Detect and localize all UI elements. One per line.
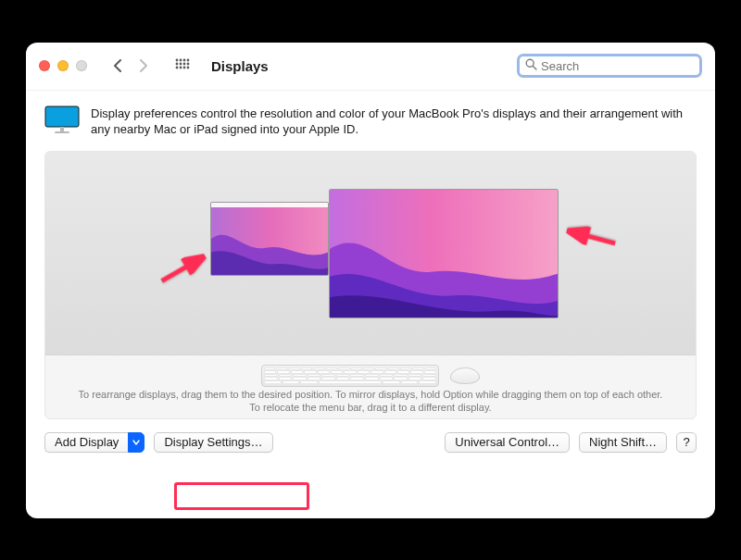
description-row: Display preferences control the resoluti… (44, 106, 697, 138)
svg-point-5 (180, 63, 182, 66)
close-window-button[interactable] (39, 60, 50, 71)
search-input[interactable] (541, 59, 694, 73)
description-text: Display preferences control the resoluti… (91, 106, 697, 138)
minimize-window-button[interactable] (57, 60, 69, 71)
svg-point-1 (180, 59, 182, 62)
svg-rect-14 (45, 106, 79, 127)
arrangement-area: To rearrange displays, drag them to the … (44, 151, 697, 419)
display-settings-button[interactable]: Display Settings… (154, 432, 272, 453)
svg-point-0 (176, 59, 179, 62)
svg-rect-15 (60, 127, 64, 131)
universal-control-button[interactable]: Universal Control… (445, 432, 570, 453)
back-button[interactable] (106, 55, 130, 77)
zoom-window-button (76, 60, 87, 71)
show-all-button[interactable] (170, 58, 195, 73)
night-shift-button[interactable]: Night Shift… (579, 432, 667, 453)
search-field[interactable] (517, 54, 702, 78)
svg-point-9 (180, 67, 182, 69)
search-icon (525, 58, 537, 73)
svg-rect-16 (55, 131, 69, 133)
add-display-control: Add Display (44, 432, 144, 453)
display-1[interactable] (210, 202, 329, 276)
peripherals-illustration (45, 363, 696, 389)
button-row: Add Display Display Settings… Universal … (44, 432, 697, 453)
help-button[interactable]: ? (676, 432, 697, 453)
annotation-arrow-left (157, 247, 210, 288)
add-display-dropdown[interactable] (128, 432, 144, 453)
svg-point-6 (183, 63, 186, 66)
svg-point-3 (187, 59, 190, 62)
menu-bar-indicator[interactable] (211, 203, 328, 207)
display-layout-zone[interactable] (45, 152, 696, 355)
window-controls (39, 60, 87, 71)
arrangement-hint: To rearrange displays, drag them to the … (45, 388, 696, 415)
add-display-button[interactable]: Add Display (44, 432, 128, 453)
display-icon (44, 106, 80, 136)
svg-point-2 (183, 59, 186, 62)
system-preferences-window: Displays Display preferences control the… (26, 43, 715, 518)
window-titlebar: Displays (26, 43, 715, 91)
annotation-highlight-display-settings (174, 482, 309, 510)
nav-controls (106, 55, 156, 77)
window-title: Displays (211, 58, 269, 74)
svg-line-13 (533, 66, 536, 69)
display-2[interactable] (329, 189, 559, 318)
svg-point-8 (176, 67, 179, 69)
svg-point-10 (183, 67, 186, 69)
forward-button (132, 55, 156, 77)
svg-point-7 (187, 63, 190, 66)
keyboard-icon (261, 365, 439, 387)
svg-point-11 (187, 67, 190, 69)
content-area: Display preferences control the resoluti… (26, 91, 715, 466)
mouse-icon (450, 367, 480, 384)
annotation-arrow-right (564, 221, 617, 252)
svg-point-4 (176, 63, 179, 66)
